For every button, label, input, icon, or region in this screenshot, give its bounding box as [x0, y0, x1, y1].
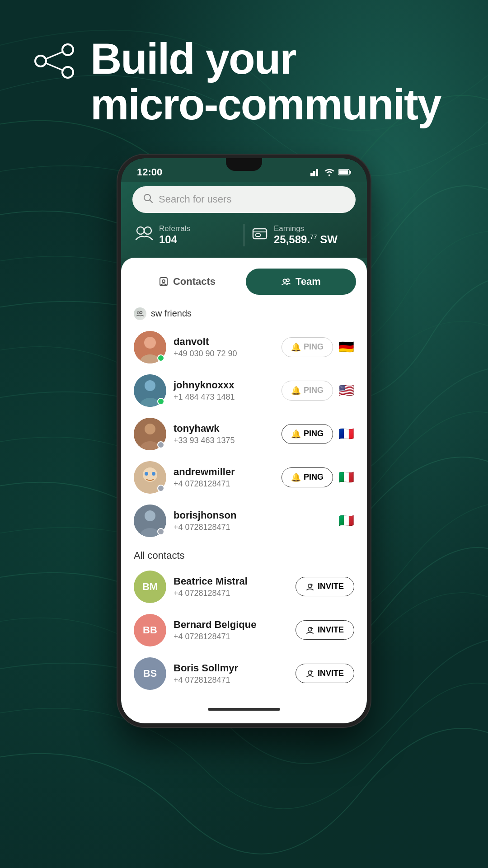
signal-icon	[310, 168, 320, 176]
svg-line-4	[46, 63, 62, 70]
svg-line-13	[150, 200, 153, 203]
invite-icon-bernard	[306, 626, 314, 634]
bottom-bar-indicator	[208, 708, 280, 711]
contact-info-johnyknoxxx: johnyknoxxx +1 484 473 1481	[174, 379, 274, 402]
contacts-tab[interactable]: Contacts	[132, 269, 242, 295]
earnings-stat: Earnings 25,589.77 SW	[251, 224, 353, 246]
svg-point-8	[328, 175, 330, 176]
contact-actions-danvolt: 🔔 PING 🇩🇪	[282, 337, 354, 357]
svg-rect-11	[339, 170, 348, 174]
phone-frame: 12:00	[117, 155, 371, 727]
referrals-stat: Referrals 104	[135, 224, 237, 246]
header-section: Build your micro-community	[0, 0, 488, 146]
avatar-bernard-belgique: BB	[134, 614, 166, 646]
contact-item-tonyhawk: tonyhawk +33 93 463 1375 🔔 PING 🇫🇷	[121, 412, 367, 456]
svg-point-35	[145, 472, 148, 476]
status-bar: 12:00	[121, 158, 367, 182]
contact-item-borisjhonson: borisjhonson +4 0728128471 🇮🇹	[121, 499, 367, 542]
sw-friends-icon	[134, 307, 146, 320]
svg-rect-10	[350, 171, 351, 174]
notch	[226, 158, 262, 171]
avatar-wrap-johnyknoxxx	[134, 374, 166, 407]
header-text: Build your micro-community	[90, 36, 441, 127]
status-dot-borisjhonson	[157, 528, 164, 535]
header-title: Build your micro-community	[90, 36, 441, 127]
team-tab[interactable]: Team	[246, 269, 356, 295]
ping-button-andrewmiller[interactable]: 🔔 PING	[282, 467, 333, 487]
svg-point-1	[62, 44, 73, 55]
svg-point-38	[145, 510, 155, 521]
contact-actions-beatrice-mistral: INVITE	[296, 577, 354, 596]
svg-point-36	[152, 472, 155, 476]
all-contacts-label: All contacts	[121, 542, 367, 565]
contact-item-johnyknoxxx: johnyknoxxx +1 484 473 1481 🔔 PING 🇺🇸	[121, 369, 367, 412]
phone-mockup: 12:00	[0, 155, 488, 727]
svg-point-19	[162, 280, 165, 283]
referrals-text: Referrals 104	[159, 224, 190, 246]
search-bar[interactable]: Search for users	[132, 186, 356, 213]
status-icons	[310, 168, 351, 176]
svg-point-25	[144, 337, 156, 349]
status-dot-andrewmiller	[157, 485, 164, 492]
status-dot-johnyknoxxx	[157, 398, 164, 405]
wifi-icon	[324, 168, 335, 176]
contact-actions-boris-sollmyr: INVITE	[296, 664, 354, 683]
svg-point-28	[145, 380, 155, 391]
app-header: Search for users Referrals	[121, 182, 367, 258]
svg-point-22	[137, 311, 140, 314]
stats-divider	[244, 224, 244, 246]
avatar-wrap-tonyhawk	[134, 418, 166, 450]
search-input[interactable]: Search for users	[159, 193, 345, 205]
svg-point-20	[283, 279, 286, 282]
avatar-wrap-danvolt	[134, 331, 166, 363]
team-tab-icon	[281, 277, 291, 287]
ping-button-tonyhawk[interactable]: 🔔 PING	[282, 424, 333, 444]
stats-row: Referrals 104	[132, 224, 356, 246]
svg-rect-5	[310, 173, 313, 176]
svg-point-2	[62, 67, 73, 78]
avatar-boris-sollmyr: BS	[134, 657, 166, 690]
contact-actions-borisjhonson: 🇮🇹	[338, 514, 354, 527]
earnings-text: Earnings 25,589.77 SW	[274, 224, 338, 246]
status-dot-danvolt	[157, 354, 164, 362]
sw-friends-section-label: sw friends	[121, 304, 367, 326]
contact-info-boris-sollmyr: Boris Sollmyr +4 0728128471	[174, 662, 288, 685]
status-dot-tonyhawk	[157, 441, 164, 448]
svg-rect-17	[256, 234, 260, 236]
flag-borisjhonson: 🇮🇹	[338, 514, 354, 527]
invite-button-beatrice-mistral[interactable]: INVITE	[296, 577, 354, 596]
contact-info-beatrice-mistral: Beatrice Mistral +4 0728128471	[174, 576, 288, 598]
phone-screen: 12:00	[121, 158, 367, 723]
avatar-wrap-bernard-belgique: BB	[134, 614, 166, 646]
svg-point-23	[140, 311, 142, 313]
flag-johnyknoxxx: 🇺🇸	[338, 384, 354, 397]
battery-icon	[338, 169, 351, 176]
invite-icon-boris	[306, 670, 314, 678]
invite-icon	[306, 583, 314, 591]
contact-item-danvolt: danvolt +49 030 90 72 90 🔔 PING 🇩🇪	[121, 326, 367, 369]
invite-button-bernard-belgique[interactable]: INVITE	[296, 620, 354, 640]
avatar-wrap-boris-sollmyr: BS	[134, 657, 166, 690]
contacts-tab-icon	[159, 277, 169, 287]
svg-rect-6	[313, 171, 315, 176]
svg-line-3	[46, 52, 62, 59]
svg-rect-7	[316, 169, 318, 176]
contact-info-bernard-belgique: Bernard Belgique +4 0728128471	[174, 619, 288, 642]
avatar-wrap-andrewmiller	[134, 461, 166, 494]
contact-info-tonyhawk: tonyhawk +33 93 463 1375	[174, 423, 274, 445]
svg-point-0	[35, 56, 46, 66]
avatar-wrap-beatrice-mistral: BM	[134, 571, 166, 603]
contact-actions-tonyhawk: 🔔 PING 🇫🇷	[282, 424, 354, 444]
invite-button-boris-sollmyr[interactable]: INVITE	[296, 664, 354, 683]
svg-point-31	[145, 424, 155, 434]
ping-button-danvolt[interactable]: 🔔 PING	[282, 337, 333, 357]
ping-button-johnyknoxxx[interactable]: 🔔 PING	[282, 381, 333, 401]
svg-point-15	[144, 227, 151, 234]
avatar-wrap-borisjhonson	[134, 505, 166, 537]
logo-icon	[32, 41, 77, 81]
svg-point-14	[137, 227, 144, 234]
flag-danvolt: 🇩🇪	[338, 341, 354, 354]
contact-item-bernard-belgique: BB Bernard Belgique +4 0728128471	[121, 609, 367, 652]
contact-info-danvolt: danvolt +49 030 90 72 90	[174, 336, 274, 359]
contact-actions-bernard-belgique: INVITE	[296, 620, 354, 640]
